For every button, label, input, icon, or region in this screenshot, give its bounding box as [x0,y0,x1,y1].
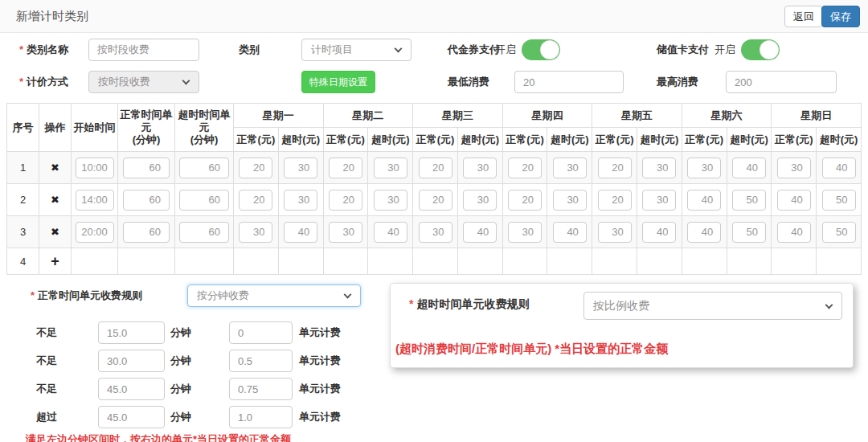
rule-condition-label: 不足 [36,321,57,344]
category-name-input[interactable] [88,39,199,61]
save-button[interactable]: 保存 [821,6,860,27]
rate-input[interactable] [777,222,811,243]
rate-input[interactable] [822,190,856,211]
rate-input[interactable] [642,190,676,211]
category-select[interactable]: 计时项目 [301,39,411,61]
rate-input[interactable] [239,158,272,178]
rate-input[interactable] [374,190,407,211]
rate-input[interactable] [732,158,766,178]
subheader-normal: 正常(元) [682,128,727,152]
rate-input[interactable] [598,222,632,243]
rate-input[interactable] [508,222,542,243]
unit-suffix-label: 单元计费 [299,350,341,372]
min-consume-input[interactable] [514,71,624,93]
start-time-input[interactable] [76,190,114,211]
rate-input[interactable] [374,158,407,178]
rule-minutes-input[interactable] [98,378,165,400]
rule-minutes-input[interactable] [98,406,165,428]
rate-input[interactable] [687,190,721,211]
max-consume-input[interactable] [726,71,837,93]
stored-card-toggle-group: 开启 [714,39,780,61]
rule-unit-input[interactable] [229,406,293,428]
rate-input[interactable] [598,158,632,178]
minutes-suffix-label: 分钟 [170,378,191,400]
rate-input[interactable] [642,222,676,243]
rule-condition-label: 不足 [36,378,57,400]
pricing-method-label: *计价方式 [19,71,68,93]
rate-input[interactable] [419,190,452,211]
overtime-unit-input[interactable] [179,158,229,178]
title-bar: 新增计时类别 返回 保存 [0,0,868,33]
rate-input[interactable] [642,158,676,178]
delete-row-icon[interactable]: ✖ [51,194,59,205]
special-date-button[interactable]: 特殊日期设置 [301,71,375,93]
rate-input[interactable] [822,158,856,178]
rate-input[interactable] [463,158,497,178]
rate-input[interactable] [463,190,497,211]
rule-minutes-input[interactable] [98,321,165,344]
subheader-normal: 正常(元) [234,128,279,152]
day-header-sat: 星期六 [682,104,772,128]
category-label: 类别 [239,39,260,61]
rule-unit-input[interactable] [229,378,293,400]
overtime-rule-label: *超时时间单元收费规则 [409,293,529,315]
table-row: 1 ✖ [7,152,862,184]
overtime-rule-select[interactable]: 按比例收费 [583,292,842,320]
normal-unit-input[interactable] [123,158,170,178]
rate-input[interactable] [598,190,632,211]
overtime-unit-input[interactable] [179,190,229,211]
voucher-pay-toggle[interactable] [522,39,560,60]
subheader-normal: 正常(元) [502,128,547,152]
rule-unit-input[interactable] [229,321,293,344]
delete-row-icon[interactable]: ✖ [51,227,59,237]
table-row: 3 ✖ [7,216,862,248]
rate-input[interactable] [419,158,452,178]
pricing-method-select[interactable]: 按时段收费 [88,71,199,93]
delete-row-icon[interactable]: ✖ [51,162,59,173]
rate-input[interactable] [284,190,317,211]
rate-input[interactable] [732,222,766,243]
rule-unit-input[interactable] [229,350,293,372]
rate-input[interactable] [239,222,272,243]
add-row-icon[interactable]: + [51,254,59,268]
rate-input[interactable] [687,222,721,243]
rate-input[interactable] [732,190,766,211]
col-header-overtime-unit: 超时时间单元(分钟) [175,104,234,152]
toggle-knob [540,40,559,59]
start-time-input[interactable] [76,158,114,178]
start-time-input[interactable] [76,222,114,243]
toggle-knob [760,40,779,59]
rate-input[interactable] [463,222,497,243]
rule-minutes-input[interactable] [98,350,165,372]
rate-input[interactable] [239,190,272,211]
rate-input[interactable] [553,222,587,243]
overtime-rule-note: (超时消费时间/正常时间单元) *当日设置的正常金额 [395,342,668,357]
rate-input[interactable] [553,190,587,211]
day-header-thu: 星期四 [502,104,592,128]
rate-input[interactable] [553,158,587,178]
rate-input[interactable] [419,222,452,243]
normal-unit-input[interactable] [123,190,170,211]
chevron-down-icon [825,301,833,309]
back-button[interactable]: 返回 [784,6,823,27]
rate-input[interactable] [329,158,362,178]
rule-condition-label: 超过 [36,406,57,428]
rate-input[interactable] [687,158,721,178]
rate-input[interactable] [284,158,317,178]
rate-input[interactable] [508,158,542,178]
table-row: 2 ✖ [7,184,862,216]
pricing-method-select-value: 按时段收费 [98,72,150,92]
rate-input[interactable] [508,190,542,211]
rate-input[interactable] [329,190,362,211]
rate-input[interactable] [374,222,407,243]
overtime-unit-input[interactable] [179,222,229,243]
stored-card-pay-toggle[interactable] [741,39,780,60]
rate-input[interactable] [777,190,811,211]
rate-input[interactable] [777,158,811,178]
normal-rule-select[interactable]: 按分钟收费 [187,284,361,307]
rate-input[interactable] [822,222,856,243]
normal-unit-input[interactable] [123,222,170,243]
rate-input[interactable] [329,222,362,243]
rate-input[interactable] [284,222,317,243]
stored-card-pay-label: 储值卡支付 [657,39,709,61]
